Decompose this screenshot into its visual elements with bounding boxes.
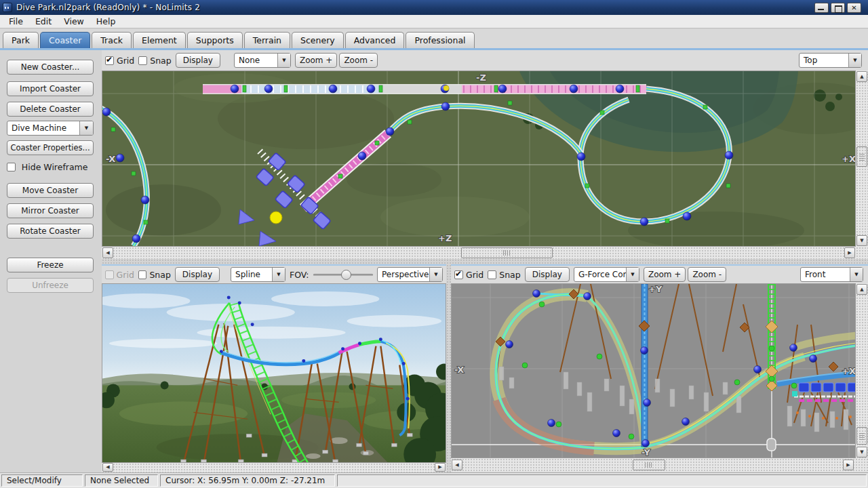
perspective-grid-label: Grid — [117, 270, 134, 280]
front-display-button[interactable]: Display — [525, 267, 570, 282]
chevron-down-icon[interactable]: ▼ — [850, 268, 863, 281]
check-icon: ✔ — [455, 269, 462, 279]
perspective-display-button[interactable]: Display — [175, 267, 220, 282]
coaster-select[interactable]: Dive Machine ▼ — [7, 121, 94, 136]
top-viewport[interactable]: -Z +Z -X +X — [102, 70, 856, 247]
top-mode-select[interactable]: None ▼ — [234, 53, 291, 68]
import-coaster-button[interactable]: Import Coaster — [7, 81, 94, 96]
main-tab-bar: Park Coaster Track Element Supports Terr… — [0, 29, 868, 50]
axis-label-bottom: -Y — [642, 447, 650, 458]
freeze-button[interactable]: Freeze — [7, 258, 94, 272]
scroll-left-icon[interactable]: ◀ — [452, 460, 462, 470]
horizontal-splitter[interactable] — [102, 259, 868, 264]
chevron-down-icon[interactable]: ▼ — [79, 121, 93, 135]
front-grid-label: Grid — [466, 270, 484, 280]
fov-slider[interactable] — [313, 268, 373, 281]
tab-terrain[interactable]: Terrain — [244, 32, 290, 48]
top-view-select[interactable]: Top ▼ — [799, 53, 862, 68]
unfreeze-button[interactable]: Unfreeze — [7, 278, 94, 293]
menu-bar: File Edit View Help — [0, 15, 868, 28]
scroll-down-icon[interactable]: ▼ — [856, 447, 867, 458]
minimize-button[interactable] — [814, 3, 829, 13]
chevron-down-icon[interactable]: ▼ — [277, 54, 290, 67]
window-title: Dive Park.nl2park (ReadOnly) * - NoLimit… — [16, 3, 200, 12]
title-bar[interactable]: Dive Park.nl2park (ReadOnly) * - NoLimit… — [0, 0, 868, 15]
tab-park[interactable]: Park — [3, 32, 39, 48]
hscroll-thumb[interactable] — [633, 460, 665, 470]
axis-label-right: +X — [842, 366, 856, 376]
front-view-canvas: +Y -Y -X +X — [452, 284, 856, 458]
top-grid-checkbox[interactable]: ✔ — [105, 56, 114, 65]
delete-coaster-button[interactable]: Delete Coaster — [7, 102, 94, 117]
tab-advanced[interactable]: Advanced — [345, 32, 405, 48]
menu-edit[interactable]: Edit — [29, 15, 58, 28]
front-zoom-in-button[interactable]: Zoom + — [644, 267, 686, 282]
perspective-viewport[interactable] — [102, 283, 446, 463]
perspective-snap-checkbox[interactable]: ✔ — [138, 270, 147, 279]
status-empty — [337, 474, 867, 487]
tab-track[interactable]: Track — [92, 32, 132, 48]
top-zoom-in-button[interactable]: Zoom + — [295, 53, 337, 68]
chevron-down-icon[interactable]: ▼ — [626, 268, 639, 281]
front-snap-checkbox[interactable]: ✔ — [488, 270, 496, 279]
hide-wireframe-label: Hide Wireframe — [22, 162, 88, 172]
tab-supports[interactable]: Supports — [187, 32, 243, 48]
menu-file[interactable]: File — [3, 15, 29, 28]
menu-view[interactable]: View — [58, 15, 90, 28]
front-viewport[interactable]: +Y -Y -X +X — [451, 283, 856, 458]
new-coaster-button[interactable]: New Coaster... — [7, 60, 94, 75]
top-snap-checkbox[interactable]: ✔ — [138, 56, 147, 65]
top-mode-value: None — [235, 54, 277, 67]
terrain-height-handle[interactable] — [767, 439, 776, 451]
axis-label-top: +Y — [648, 284, 663, 294]
menu-help[interactable]: Help — [90, 15, 122, 28]
nolimits2-editor-window: Dive Park.nl2park (ReadOnly) * - NoLimit… — [0, 0, 868, 488]
chevron-down-icon[interactable]: ▼ — [429, 268, 442, 281]
front-mode-select[interactable]: G-Force Combined ▼ — [574, 267, 639, 282]
coaster-properties-button[interactable]: Coaster Properties... — [7, 140, 94, 155]
scroll-right-icon[interactable]: ▶ — [435, 463, 446, 472]
scroll-left-icon[interactable]: ◀ — [102, 247, 113, 258]
perspective-view-select[interactable]: Perspective ▼ — [377, 267, 443, 282]
tab-scenery[interactable]: Scenery — [292, 32, 344, 48]
fov-slider-thumb[interactable] — [341, 270, 351, 280]
vertical-splitter[interactable] — [446, 264, 451, 472]
front-vscrollbar[interactable]: ▲ ▼ — [856, 283, 868, 458]
perspective-grid-checkbox[interactable]: ✔ — [105, 270, 114, 279]
status-cursor-position: Cursor: X: 56.95m Y: 0.00m Z: -27.21m — [160, 474, 335, 487]
move-coaster-button[interactable]: Move Coaster — [7, 183, 94, 198]
scroll-right-icon[interactable]: ▶ — [844, 247, 855, 258]
tab-element[interactable]: Element — [133, 32, 186, 48]
rotate-coaster-button[interactable]: Rotate Coaster — [7, 224, 94, 239]
vscroll-thumb[interactable] — [856, 427, 867, 445]
front-toolbar: ✔ Grid ✔ Snap Display G-Force Combined ▼… — [451, 264, 868, 283]
front-zoom-out-button[interactable]: Zoom - — [688, 267, 726, 282]
close-button[interactable] — [847, 3, 861, 13]
scroll-up-icon[interactable]: ▲ — [856, 284, 867, 295]
coaster-select-value: Dive Machine — [7, 121, 79, 135]
top-view-hscrollbar[interactable]: ◀ ▶ — [102, 247, 868, 259]
tab-professional[interactable]: Professional — [406, 32, 474, 48]
vscroll-thumb[interactable] — [856, 146, 867, 167]
top-zoom-out-button[interactable]: Zoom - — [339, 53, 378, 68]
chevron-down-icon[interactable]: ▼ — [848, 54, 861, 67]
scroll-down-icon[interactable]: ▼ — [856, 235, 867, 246]
perspective-hscrollbar[interactable]: ◀ ▶ — [102, 463, 446, 472]
top-view-vscrollbar[interactable]: ▲ ▼ — [856, 70, 868, 247]
front-view-select[interactable]: Front ▼ — [800, 267, 863, 282]
hscroll-thumb[interactable] — [461, 247, 553, 258]
perspective-mode-select[interactable]: Spline ▼ — [231, 267, 285, 282]
maximize-button[interactable] — [831, 3, 845, 13]
hide-wireframe-checkbox[interactable]: ✔ — [7, 163, 16, 171]
axis-label-top: -Z — [476, 73, 486, 83]
chevron-down-icon[interactable]: ▼ — [272, 268, 285, 281]
top-display-button[interactable]: Display — [176, 53, 220, 68]
scroll-right-icon[interactable]: ▶ — [843, 460, 854, 470]
front-grid-checkbox[interactable]: ✔ — [454, 270, 463, 279]
scroll-left-icon[interactable]: ◀ — [102, 463, 113, 472]
front-hscrollbar[interactable]: ◀ ▶ — [451, 458, 868, 472]
tab-coaster[interactable]: Coaster — [40, 32, 90, 48]
scroll-up-icon[interactable]: ▲ — [856, 71, 867, 82]
sky-and-terrain — [102, 284, 446, 463]
mirror-coaster-button[interactable]: Mirror Coaster — [7, 203, 94, 218]
